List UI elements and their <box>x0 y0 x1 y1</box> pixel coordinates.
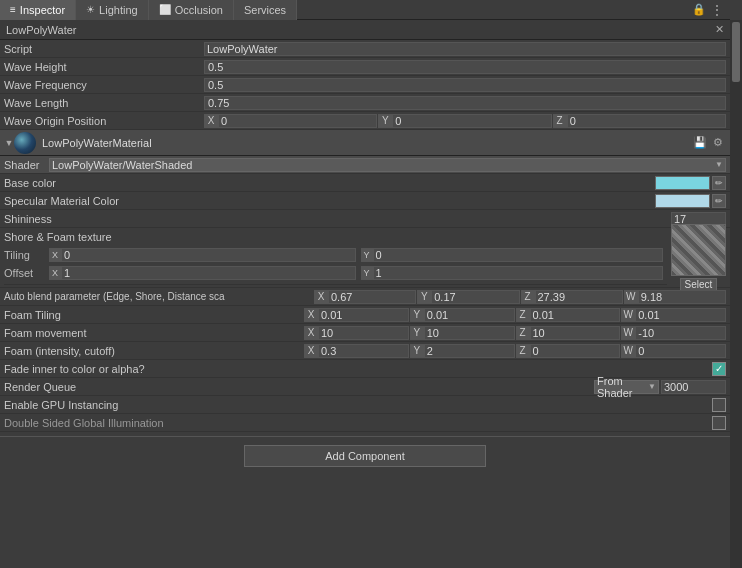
foam-tiling-x-input[interactable]: 0.01 <box>318 308 409 322</box>
specular-color-row: Specular Material Color ✏ <box>0 192 730 210</box>
script-value[interactable]: LowPolyWater <box>204 42 726 56</box>
tab-lighting[interactable]: ☀ Lighting <box>76 0 149 20</box>
foam-intensity-w-input[interactable]: 0 <box>635 344 726 358</box>
material-settings-icon[interactable]: ⚙ <box>710 135 726 151</box>
wave-origin-x-label: X <box>204 114 218 128</box>
tiling-y-label: Y <box>361 248 373 262</box>
tab-lighting-label: Lighting <box>99 4 138 16</box>
foam-tiling-w-input[interactable]: 0.01 <box>635 308 726 322</box>
base-color-swatch[interactable] <box>655 176 710 190</box>
foam-intensity-row: Foam (intensity, cutoff) X 0.3 Y 2 Z <box>0 342 730 360</box>
script-row: Script LowPolyWater <box>0 40 730 58</box>
specular-color-swatch[interactable] <box>655 194 710 208</box>
base-color-edit-btn[interactable]: ✏ <box>712 176 726 190</box>
render-queue-mode-value: From Shader <box>597 375 648 399</box>
wave-length-row: Wave Length 0.75 <box>0 94 730 112</box>
foam-tiling-y-label: Y <box>410 308 424 322</box>
wave-height-input[interactable]: 0.5 <box>204 60 726 74</box>
lighting-icon: ☀ <box>86 4 95 15</box>
wave-height-row: Wave Height 0.5 <box>0 58 730 76</box>
material-save-icon[interactable]: 💾 <box>692 135 708 151</box>
menu-icon[interactable]: ⋮ <box>710 2 724 18</box>
material-sphere <box>14 132 36 154</box>
window-title: LowPolyWater <box>6 24 77 36</box>
wave-length-label: Wave Length <box>4 97 204 109</box>
wave-origin-z-input[interactable]: 0 <box>567 114 726 128</box>
foam-tiling-z-label: Z <box>516 308 530 322</box>
double-sided-label: Double Sided Global Illumination <box>4 417 712 429</box>
auto-blend-y-input[interactable]: 0.17 <box>431 290 519 304</box>
render-queue-value-input[interactable]: 3000 <box>661 380 726 394</box>
tiling-x-label: X <box>49 248 61 262</box>
gpu-instancing-row: Enable GPU Instancing <box>0 396 730 414</box>
auto-blend-z-input[interactable]: 27.39 <box>535 290 623 304</box>
tab-occlusion[interactable]: ⬜ Occlusion <box>149 0 234 20</box>
tab-services[interactable]: Services <box>234 0 297 20</box>
wave-length-input[interactable]: 0.75 <box>204 96 726 110</box>
offset-y-label: Y <box>361 266 373 280</box>
foam-movement-label: Foam movement <box>4 327 304 339</box>
scrollbar-thumb[interactable] <box>732 22 740 82</box>
auto-blend-x-input[interactable]: 0.67 <box>328 290 416 304</box>
wave-origin-y-input[interactable]: 0 <box>392 114 551 128</box>
shader-label: Shader <box>4 159 49 171</box>
foam-movement-w-label: W <box>621 326 635 340</box>
offset-x-input[interactable]: 1 <box>61 266 356 280</box>
title-bar: LowPolyWater ✕ <box>0 20 730 40</box>
gpu-instancing-label: Enable GPU Instancing <box>4 399 712 411</box>
foam-tiling-row: Foam Tiling X 0.01 Y 0.01 Z <box>0 306 730 324</box>
fade-inner-checkbox[interactable]: ✓ <box>712 362 726 376</box>
auto-blend-w-label: W <box>624 290 638 304</box>
lock-icon[interactable]: 🔒 <box>692 3 706 16</box>
render-queue-row: Render Queue From Shader ▼ 3000 <box>0 378 730 396</box>
material-header: ▼ LowPolyWaterMaterial 💾 ⚙ <box>0 130 730 156</box>
foam-intensity-y-input[interactable]: 2 <box>424 344 515 358</box>
shader-value: LowPolyWater/WaterShaded <box>52 159 192 171</box>
shader-select[interactable]: LowPolyWater/WaterShaded ▼ <box>49 158 726 172</box>
auto-blend-label: Auto blend parameter (Edge, Shore, Dista… <box>4 291 314 302</box>
foam-movement-z-input[interactable]: 10 <box>530 326 621 340</box>
tiling-label: Tiling <box>4 249 49 261</box>
add-component-button[interactable]: Add Component <box>244 445 486 467</box>
wave-origin-row: Wave Origin Position X 0 Y 0 Z <box>0 112 730 130</box>
render-queue-mode-select[interactable]: From Shader ▼ <box>594 380 659 394</box>
tiling-y-input[interactable]: 0 <box>373 248 664 262</box>
offset-y-input[interactable]: 1 <box>373 266 664 280</box>
wave-origin-y-label: Y <box>378 114 392 128</box>
foam-movement-y-input[interactable]: 10 <box>424 326 515 340</box>
foam-movement-z-label: Z <box>516 326 530 340</box>
tab-services-label: Services <box>244 4 286 16</box>
tiling-x-input[interactable]: 0 <box>61 248 356 262</box>
wave-frequency-label: Wave Frequency <box>4 79 204 91</box>
auto-blend-row: Auto blend parameter (Edge, Shore, Dista… <box>0 288 730 306</box>
foam-tiling-z-input[interactable]: 0.01 <box>530 308 621 322</box>
foam-intensity-w-label: W <box>621 344 635 358</box>
title-lock-icon[interactable]: ✕ <box>715 23 724 36</box>
material-collapse-arrow[interactable]: ▼ <box>4 138 14 148</box>
script-value-text: LowPolyWater <box>207 43 278 55</box>
double-sided-row: Double Sided Global Illumination <box>0 414 730 432</box>
foam-intensity-x-input[interactable]: 0.3 <box>318 344 409 358</box>
foam-movement-x-input[interactable]: 10 <box>318 326 409 340</box>
wave-frequency-input[interactable]: 0.5 <box>204 78 726 92</box>
foam-tiling-x-label: X <box>304 308 318 322</box>
script-label: Script <box>4 43 204 55</box>
wave-origin-label: Wave Origin Position <box>4 115 204 127</box>
foam-tiling-y-input[interactable]: 0.01 <box>424 308 515 322</box>
render-queue-label: Render Queue <box>4 381 594 393</box>
tab-bar: ≡ Inspector ☀ Lighting ⬜ Occlusion Servi… <box>0 0 730 20</box>
material-name: LowPolyWaterMaterial <box>42 137 692 149</box>
specular-color-label: Specular Material Color <box>4 195 655 207</box>
texture-row: Shore & Foam texture Tiling X 0 <box>0 228 730 288</box>
auto-blend-w-input[interactable]: 9.18 <box>638 290 726 304</box>
add-component-section: Add Component <box>0 436 730 475</box>
gpu-instancing-checkbox[interactable] <box>712 398 726 412</box>
foam-intensity-z-input[interactable]: 0 <box>530 344 621 358</box>
wave-origin-x-input[interactable]: 0 <box>218 114 377 128</box>
specular-color-edit-btn[interactable]: ✏ <box>712 194 726 208</box>
scrollbar[interactable] <box>730 20 742 568</box>
double-sided-checkbox[interactable] <box>712 416 726 430</box>
tab-inspector[interactable]: ≡ Inspector <box>0 0 76 20</box>
foam-movement-w-input[interactable]: -10 <box>635 326 726 340</box>
add-component-label: Add Component <box>325 450 405 462</box>
